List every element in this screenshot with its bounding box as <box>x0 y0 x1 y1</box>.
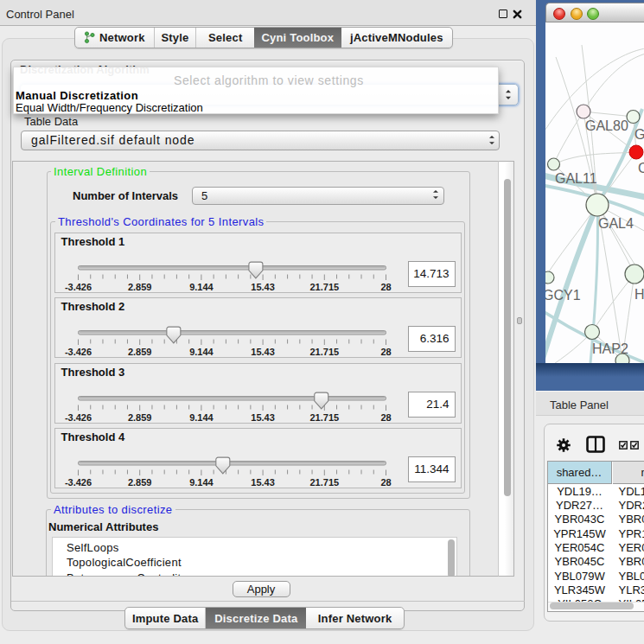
svg-text:21.715: 21.715 <box>309 347 339 357</box>
svg-text:H: H <box>634 287 644 302</box>
svg-text:GAL11: GAL11 <box>555 171 597 186</box>
svg-text:2.859: 2.859 <box>127 282 151 292</box>
svg-text:15.43: 15.43 <box>251 282 275 292</box>
svg-text:21.715: 21.715 <box>309 412 339 423</box>
svg-text:GAL4: GAL4 <box>598 216 634 231</box>
svg-text:-3.426: -3.426 <box>64 412 91 423</box>
svg-text:15.43: 15.43 <box>251 347 275 357</box>
svg-text:HAP2: HAP2 <box>592 341 628 356</box>
svg-text:15.43: 15.43 <box>251 412 275 423</box>
svg-text:GA: GA <box>634 127 644 142</box>
svg-text:9.144: 9.144 <box>189 347 214 357</box>
svg-text:GCY1: GCY1 <box>545 288 581 303</box>
svg-text:15.43: 15.43 <box>251 477 275 488</box>
svg-text:28: 28 <box>380 477 391 488</box>
svg-text:9.144: 9.144 <box>189 282 214 292</box>
svg-text:9.144: 9.144 <box>189 477 214 488</box>
svg-text:-3.426: -3.426 <box>64 282 91 292</box>
svg-text:21.715: 21.715 <box>309 477 339 488</box>
svg-text:GAL80: GAL80 <box>585 118 628 133</box>
svg-text:28: 28 <box>380 347 391 357</box>
svg-text:28: 28 <box>380 412 391 423</box>
svg-text:2.859: 2.859 <box>127 412 151 423</box>
svg-text:9.144: 9.144 <box>189 412 214 423</box>
svg-text:-3.426: -3.426 <box>64 347 91 357</box>
svg-text:21.715: 21.715 <box>309 282 339 292</box>
svg-text:C: C <box>638 161 644 175</box>
svg-text:28: 28 <box>380 282 391 292</box>
svg-text:2.859: 2.859 <box>127 477 151 488</box>
svg-text:-3.426: -3.426 <box>64 477 91 488</box>
svg-text:2.859: 2.859 <box>127 347 151 357</box>
